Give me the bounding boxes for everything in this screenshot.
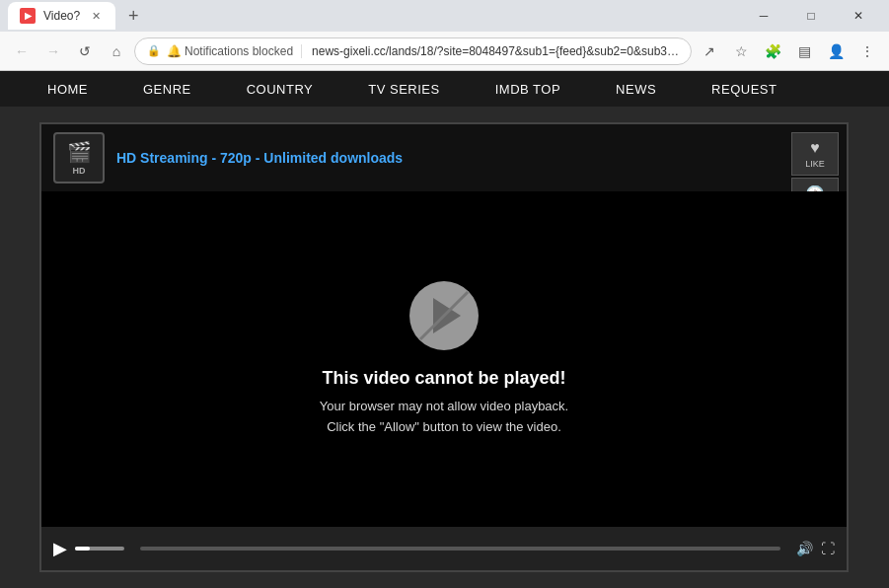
menu-button[interactable]: ⋮	[853, 37, 881, 65]
sidebar-toggle-button[interactable]: ▤	[790, 37, 818, 65]
tab-title: Video?	[43, 9, 80, 23]
play-blocked-icon	[409, 281, 479, 350]
notifications-blocked-text: Notifications blocked	[185, 44, 293, 58]
video-container: 🎬 HD HD Streaming - 720p - Unlimited dow…	[39, 122, 849, 572]
play-pause-button[interactable]: ▶	[53, 538, 67, 559]
heart-icon: ♥	[810, 139, 820, 157]
tab-favicon: ▶	[20, 8, 36, 24]
nav-item-news[interactable]: NEWS	[588, 71, 684, 107]
home-button[interactable]: ⌂	[103, 37, 130, 65]
video-header: 🎬 HD HD Streaming - 720p - Unlimited dow…	[41, 124, 847, 191]
share-page-button[interactable]: ↗	[696, 37, 723, 65]
progress-bar[interactable]	[140, 547, 780, 551]
video-error-line2: Click the "Allow" button to view the vid…	[327, 417, 561, 438]
address-bar-input[interactable]: 🔒 🔔 Notifications blocked news-gixeli.cc…	[134, 37, 692, 65]
volume-icon[interactable]: 🔊	[796, 541, 813, 556]
video-player[interactable]: This video cannot be played! Your browse…	[41, 191, 847, 527]
nav-item-request[interactable]: REQUEST	[684, 71, 804, 107]
nav-item-tv-series[interactable]: TV SERIES	[340, 71, 467, 107]
video-controls: ▶ 🔊 ⛶	[41, 527, 847, 570]
notifications-blocked-indicator[interactable]: 🔔 Notifications blocked	[167, 44, 302, 58]
minimize-button[interactable]: ─	[741, 0, 786, 32]
refresh-button[interactable]: ↺	[71, 37, 99, 65]
close-button[interactable]: ✕	[836, 0, 881, 32]
like-label: LIKE	[805, 159, 825, 169]
nav-item-country[interactable]: COUNTRY	[219, 71, 341, 107]
video-error-title: This video cannot be played!	[322, 368, 565, 389]
film-reel-icon: 🎬	[67, 140, 92, 164]
new-tab-button[interactable]: +	[119, 2, 147, 30]
profile-button[interactable]: 👤	[822, 37, 850, 65]
extensions-button[interactable]: 🧩	[759, 37, 786, 65]
volume-fill	[75, 547, 90, 551]
site-navigation: HOME GENRE COUNTRY TV SERIES IMDB TOP NE…	[0, 71, 889, 107]
lock-icon: 🔒	[147, 44, 161, 57]
addressbar: ← → ↺ ⌂ 🔒 🔔 Notifications blocked news-g…	[0, 32, 889, 71]
video-error-line1: Your browser may not allow video playbac…	[320, 397, 568, 417]
main-content: 🎬 HD HD Streaming - 720p - Unlimited dow…	[0, 107, 889, 588]
notification-bell-icon: 🔔	[167, 44, 181, 58]
browser-tab[interactable]: ▶ Video? ✕	[8, 2, 115, 30]
hd-badge: HD	[73, 166, 86, 176]
streaming-title: HD Streaming - 720p - Unlimited download…	[116, 150, 403, 166]
back-button[interactable]: ←	[8, 37, 36, 65]
nav-item-genre[interactable]: GENRE	[115, 71, 219, 107]
forward-button[interactable]: →	[39, 37, 67, 65]
nav-item-home[interactable]: HOME	[20, 71, 115, 107]
titlebar: ▶ Video? ✕ + ─ □ ✕	[0, 0, 889, 32]
fullscreen-button[interactable]: ⛶	[821, 541, 835, 556]
maximize-button[interactable]: □	[788, 0, 834, 32]
url-text: news-gixeli.cc/lands/18/?site=8048497&su…	[312, 44, 679, 58]
like-button[interactable]: ♥ LIKE	[791, 132, 839, 176]
bookmark-button[interactable]: ☆	[727, 37, 755, 65]
nav-item-imdb-top[interactable]: IMDB TOP	[468, 71, 588, 107]
window-controls: ─ □ ✕	[741, 0, 881, 32]
tab-close-button[interactable]: ✕	[88, 8, 104, 24]
volume-slider[interactable]	[75, 547, 124, 551]
hd-icon: 🎬 HD	[53, 132, 105, 184]
